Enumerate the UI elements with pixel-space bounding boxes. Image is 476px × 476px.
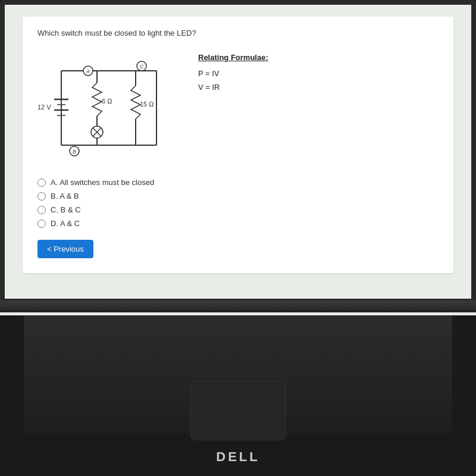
radio-b[interactable]: [37, 192, 46, 201]
option-c-label: C. B & C: [51, 205, 81, 214]
previous-button[interactable]: < Previous: [37, 240, 93, 258]
formula-line-2: V = IR: [198, 80, 268, 94]
radio-d[interactable]: [37, 220, 46, 228]
radio-a[interactable]: [37, 178, 46, 187]
svg-text:6 Ω: 6 Ω: [102, 98, 112, 105]
formulae-box: Relating Formulae: P = IV V = IR: [198, 53, 268, 95]
svg-text:A: A: [86, 68, 90, 74]
formulae-title: Relating Formulae:: [198, 53, 268, 62]
dell-logo: DELL: [216, 449, 259, 465]
option-b[interactable]: B. A & B: [37, 192, 439, 201]
content-card: Which switch must be closed to light the…: [23, 17, 453, 273]
svg-text:15 Ω: 15 Ω: [140, 101, 154, 108]
circuit-diagram: 12 V A C B: [37, 47, 180, 166]
option-d[interactable]: D. A & C: [37, 219, 439, 228]
options-list: A. All switches must be closed B. A & B …: [37, 178, 439, 228]
option-d-label: D. A & C: [51, 219, 80, 228]
formula-line-1: P = IV: [198, 67, 268, 80]
svg-text:C: C: [140, 64, 144, 70]
svg-text:12 V: 12 V: [37, 104, 51, 111]
option-a[interactable]: A. All switches must be closed: [37, 178, 439, 187]
radio-c[interactable]: [37, 206, 46, 214]
trackpad: [190, 381, 286, 440]
svg-text:B: B: [73, 149, 76, 155]
option-c[interactable]: C. B & C: [37, 205, 439, 214]
diagram-formulae-row: 12 V A C B: [37, 47, 439, 166]
laptop-hinge: [0, 300, 476, 312]
option-a-label: A. All switches must be closed: [51, 178, 154, 187]
option-b-label: B. A & B: [51, 192, 79, 201]
question-text: Which switch must be closed to light the…: [37, 29, 439, 37]
